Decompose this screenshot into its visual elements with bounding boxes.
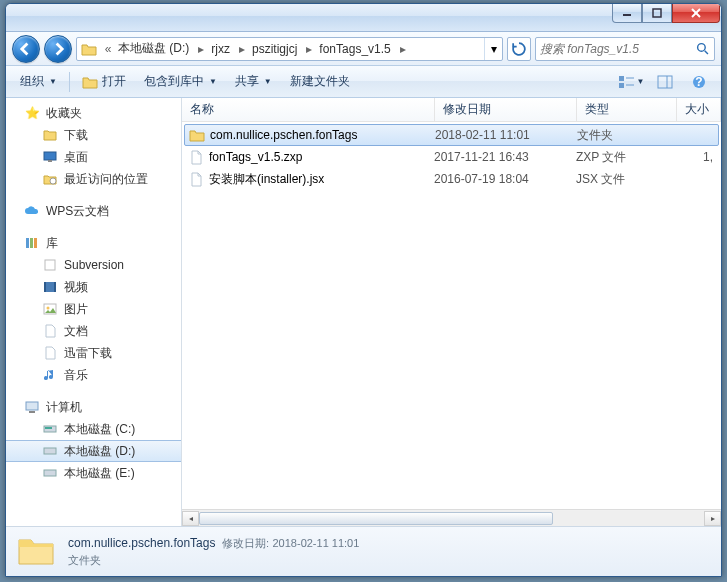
sidebar-item-music[interactable]: 音乐 [6,364,181,386]
separator [69,72,70,92]
file-type: 文件夹 [577,127,677,144]
include-button[interactable]: 包含到库中▼ [136,70,225,94]
crumb-rjxz[interactable]: rjxz [208,38,235,60]
window-titlebar[interactable] [6,4,721,32]
sidebar-item-drive-e[interactable]: 本地磁盘 (E:) [6,462,181,484]
open-button[interactable]: 打开 [74,70,134,94]
docs-icon [42,323,58,339]
scroll-track[interactable] [199,511,704,526]
chevron-down-icon: ▼ [264,77,272,86]
chevron-right-icon[interactable]: ▸ [235,38,249,60]
svg-rect-30 [44,448,56,454]
file-row[interactable]: fonTags_v1.5.zxp2017-11-21 16:43ZXP 文件1, [182,146,721,168]
svg-rect-29 [45,427,52,429]
sidebar-item-xunlei[interactable]: 迅雷下载 [6,342,181,364]
sidebar-item-drive-d[interactable]: 本地磁盘 (D:) [6,440,181,462]
horizontal-scrollbar[interactable]: ◂ ▸ [182,509,721,526]
sidebar-item-pictures[interactable]: 图片 [6,298,181,320]
recent-icon [42,171,58,187]
minimize-button[interactable] [612,3,642,23]
details-info: com.nullice.pschen.fonTags 修改日期: 2018-02… [68,536,359,568]
file-date: 2016-07-19 18:04 [434,172,576,186]
file-date: 2017-11-21 16:43 [434,150,576,164]
back-button[interactable] [12,35,40,63]
column-date[interactable]: 修改日期 [435,98,577,121]
sidebar-group-favorites: ⭐收藏夹 下载 桌面 最近访问的位置 [6,102,181,190]
file-size: 1, [676,150,721,164]
crumb-fontags[interactable]: fonTags_v1.5 [316,38,395,60]
newfolder-button[interactable]: 新建文件夹 [282,70,358,94]
view-options-button[interactable]: ▼ [615,71,647,93]
subversion-icon [42,257,58,273]
column-type[interactable]: 类型 [577,98,677,121]
explorer-window: « 本地磁盘 (D:)▸ rjxz▸ pszitigjcj▸ fonTags_v… [5,3,722,577]
library-icon [24,235,40,251]
maximize-button[interactable] [642,3,672,23]
sidebar-item-desktop[interactable]: 桌面 [6,146,181,168]
preview-pane-button[interactable] [649,71,681,93]
sidebar-favorites-header[interactable]: ⭐收藏夹 [6,102,181,124]
file-rows[interactable]: com.nullice.pschen.fonTags2018-02-11 11:… [182,122,721,509]
share-button[interactable]: 共享▼ [227,70,280,94]
file-list-pane: 名称 修改日期 类型 大小 com.nullice.pschen.fonTags… [182,98,721,526]
video-icon [42,279,58,295]
folder-icon [189,127,205,143]
cloud-icon [24,203,40,219]
help-button[interactable]: ? [683,71,715,93]
search-input[interactable] [540,42,694,56]
sidebar-item-wps[interactable]: WPS云文档 [6,200,181,222]
file-row[interactable]: com.nullice.pschen.fonTags2018-02-11 11:… [184,124,719,146]
scroll-right-button[interactable]: ▸ [704,511,721,526]
command-toolbar: 组织▼ 打开 包含到库中▼ 共享▼ 新建文件夹 ▼ ? [6,66,721,98]
search-box[interactable] [535,37,715,61]
address-dropdown[interactable]: ▾ [484,38,502,60]
chevron-down-icon: ▼ [209,77,217,86]
column-size[interactable]: 大小 [677,98,721,121]
music-icon [42,367,58,383]
sidebar-group-computer: 计算机 本地磁盘 (C:) 本地磁盘 (D:) 本地磁盘 (E:) [6,396,181,484]
window-body: ⭐收藏夹 下载 桌面 最近访问的位置 WPS云文档 库 Subversion 视… [6,98,721,526]
column-name[interactable]: 名称 [182,98,435,121]
refresh-button[interactable] [507,37,531,61]
window-buttons [612,3,720,23]
navigation-pane[interactable]: ⭐收藏夹 下载 桌面 最近访问的位置 WPS云文档 库 Subversion 视… [6,98,182,526]
crumb-pszitigjcj[interactable]: pszitigjcj [249,38,302,60]
chevron-right-icon[interactable]: « [101,38,115,60]
sidebar-computer-header[interactable]: 计算机 [6,396,181,418]
forward-button[interactable] [44,35,72,63]
sidebar-item-video[interactable]: 视频 [6,276,181,298]
crumb-drive-d[interactable]: 本地磁盘 (D:) [115,38,194,60]
svg-rect-19 [34,238,37,248]
chevron-down-icon: ▼ [637,77,645,86]
svg-point-4 [697,44,705,52]
scroll-thumb[interactable] [199,512,553,525]
file-icon [188,149,204,165]
desktop-icon [42,149,58,165]
sidebar-item-drive-c[interactable]: 本地磁盘 (C:) [6,418,181,440]
file-row[interactable]: 安装脚本(installer).jsx2016-07-19 18:04JSX 文… [182,168,721,190]
svg-rect-6 [619,76,624,81]
details-meta-label: 修改日期: [222,537,269,549]
chevron-right-icon[interactable]: ▸ [302,38,316,60]
scroll-left-button[interactable]: ◂ [182,511,199,526]
downloads-icon [42,127,58,143]
star-icon: ⭐ [24,105,40,121]
details-name: com.nullice.pschen.fonTags [68,536,215,550]
chevron-right-icon[interactable]: ▸ [194,38,208,60]
sidebar-item-downloads[interactable]: 下载 [6,124,181,146]
organize-button[interactable]: 组织▼ [12,70,65,94]
sidebar-libraries-header[interactable]: 库 [6,232,181,254]
svg-rect-15 [48,160,52,162]
file-date: 2018-02-11 11:01 [435,128,577,142]
address-bar[interactable]: « 本地磁盘 (D:)▸ rjxz▸ pszitigjcj▸ fonTags_v… [76,37,503,61]
sidebar-item-docs[interactable]: 文档 [6,320,181,342]
share-label: 共享 [235,73,259,90]
drive-icon [42,443,58,459]
sidebar-item-recent[interactable]: 最近访问的位置 [6,168,181,190]
breadcrumb: 本地磁盘 (D:)▸ rjxz▸ pszitigjcj▸ fonTags_v1.… [115,38,410,60]
chevron-right-icon[interactable]: ▸ [396,38,410,60]
close-button[interactable] [672,3,720,23]
svg-rect-27 [29,411,35,413]
sidebar-item-subversion[interactable]: Subversion [6,254,181,276]
svg-rect-10 [658,76,672,88]
